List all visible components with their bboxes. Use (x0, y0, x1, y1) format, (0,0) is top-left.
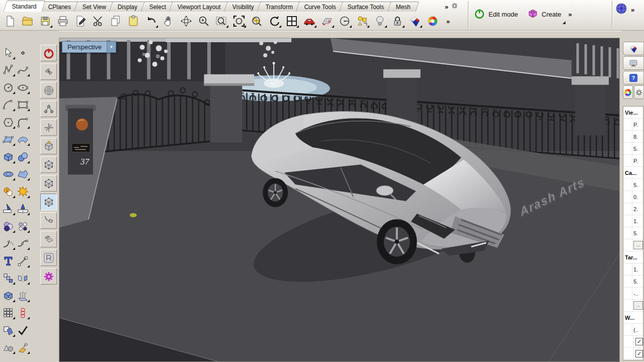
pointer-icon[interactable] (2, 46, 15, 60)
new-file-icon[interactable] (3, 14, 17, 28)
viewport-dropdown-arrow[interactable]: ▼ (107, 42, 116, 52)
perspective-viewport[interactable]: 37 Arash Arts Arash Arts (59, 38, 620, 362)
property-value[interactable]: -.. (632, 291, 643, 297)
cplane-icon[interactable] (320, 14, 334, 28)
blend-curve-icon[interactable] (2, 237, 15, 250)
point-cloud-icon[interactable] (16, 220, 30, 233)
options-gear-icon[interactable] (40, 268, 57, 285)
trim-icon[interactable] (2, 202, 15, 216)
gumball-globe-icon[interactable] (40, 82, 57, 99)
move-axes-icon[interactable] (40, 119, 57, 136)
edit-mode-button[interactable]: Edit mode (472, 7, 520, 22)
wire-cube-b-icon[interactable] (40, 175, 57, 192)
ellipse-icon[interactable] (16, 81, 30, 95)
save-icon[interactable] (38, 14, 52, 28)
tab-standard[interactable]: Standard (3, 1, 45, 12)
primitives-icon[interactable] (2, 341, 15, 354)
property-value[interactable]: 1. (632, 218, 643, 224)
select-objects-icon[interactable] (355, 14, 369, 28)
cut-icon[interactable] (91, 14, 105, 28)
hotkey-r-icon[interactable] (40, 249, 57, 266)
wire-cube-a-icon[interactable] (40, 156, 57, 173)
extrude-icon[interactable] (16, 289, 30, 303)
tab-cplanes[interactable]: CPlanes (39, 2, 79, 12)
named-view-car-icon[interactable] (302, 14, 316, 28)
tab-mesh[interactable]: Mesh (387, 2, 420, 12)
property-value[interactable]: 0. (632, 194, 643, 200)
display-mode-icon[interactable] (408, 14, 422, 28)
lock-icon[interactable] (390, 14, 405, 28)
boolean-union-icon[interactable] (2, 185, 15, 199)
polyline-icon[interactable] (2, 63, 15, 77)
check-icon[interactable] (16, 324, 30, 337)
viewport-properties-tab-icon[interactable] (623, 56, 644, 70)
rectangle-icon[interactable] (16, 98, 30, 112)
paste-icon[interactable] (126, 14, 140, 28)
create-button[interactable]: Create (525, 7, 564, 22)
property-value[interactable]: 1. (632, 266, 643, 273)
checkbox[interactable]: ✓ (635, 350, 643, 357)
curve-icon[interactable] (16, 63, 30, 77)
cap-solid-icon[interactable] (2, 289, 15, 303)
zoom-window-icon[interactable] (214, 14, 228, 28)
tab-viewport-layout[interactable]: Viewport Layout (169, 2, 229, 12)
wire-cube-selected-icon[interactable] (40, 194, 57, 210)
ellipsis-button[interactable]: ... (633, 241, 643, 249)
patch-icon[interactable] (16, 167, 30, 181)
property-value[interactable]: (.. (632, 327, 643, 333)
property-value[interactable]: P. (632, 158, 643, 164)
mesh-sphere-icon[interactable] (615, 2, 628, 17)
circle-icon[interactable] (2, 81, 15, 95)
mirror-icon[interactable] (16, 272, 30, 285)
radius-circle-icon[interactable] (338, 14, 352, 28)
tab-set-view[interactable]: Set View (74, 2, 115, 12)
surface-bend-icon[interactable] (16, 133, 30, 146)
array-linear-icon[interactable] (16, 306, 30, 320)
pan-icon[interactable] (162, 14, 176, 28)
lights-icon[interactable] (373, 14, 387, 28)
color-tab-icon[interactable] (623, 85, 633, 99)
viewport-layout-icon[interactable] (285, 14, 299, 28)
orient-tool-icon[interactable] (40, 231, 57, 247)
torus-icon[interactable] (2, 167, 15, 181)
property-value[interactable]: 5. (632, 182, 643, 188)
toolbar-overflow-chevrons[interactable]: » (446, 18, 450, 25)
point-icon[interactable] (16, 46, 30, 60)
color-wheel-icon[interactable] (426, 14, 440, 28)
cube-corner-point-icon[interactable] (40, 138, 57, 154)
manipulator-fan-icon[interactable] (40, 63, 57, 80)
mode-overflow-chevrons[interactable]: » (569, 11, 572, 18)
toolbar-gear-icon[interactable] (450, 2, 459, 12)
boolean-intersect-icon[interactable] (2, 220, 15, 233)
open-file-icon[interactable] (21, 14, 35, 28)
export-annotate-icon[interactable] (73, 14, 88, 28)
surface-plane-icon[interactable] (2, 133, 15, 146)
sphere-icon[interactable] (16, 150, 30, 164)
help-tab-icon[interactable]: ? (623, 71, 644, 84)
settings-tab-icon[interactable] (634, 85, 644, 99)
move-icon[interactable] (16, 254, 30, 268)
property-value[interactable]: 5. (632, 230, 643, 236)
copy-objects-icon[interactable] (2, 272, 15, 285)
freeform-curve-icon[interactable] (16, 116, 30, 129)
property-value[interactable]: 5. (632, 279, 643, 285)
explode-icon[interactable] (16, 185, 30, 199)
mesh-overflow-chevrons[interactable]: » (631, 7, 634, 13)
viewport-title-tab[interactable]: Perspective ▼ (62, 41, 116, 53)
extend-curve-icon[interactable] (16, 237, 30, 250)
record-history-icon[interactable] (40, 45, 57, 61)
property-value[interactable]: 8. (632, 134, 643, 140)
property-value[interactable]: P. (632, 122, 643, 128)
split-icon[interactable] (16, 202, 30, 216)
arc-icon[interactable] (2, 98, 15, 112)
zoom-selected-icon[interactable] (250, 14, 264, 28)
property-value[interactable]: 2. (632, 206, 643, 212)
print-icon[interactable] (56, 14, 70, 28)
property-value[interactable]: 5. (632, 146, 643, 152)
array-grid-icon[interactable] (2, 306, 15, 320)
undo-icon[interactable] (144, 14, 158, 28)
box-icon[interactable] (2, 150, 15, 164)
bend-tool-icon[interactable] (40, 212, 57, 229)
zoom-extents-icon[interactable] (232, 14, 246, 28)
tab-surface-tools[interactable]: Surface Tools (339, 2, 393, 12)
